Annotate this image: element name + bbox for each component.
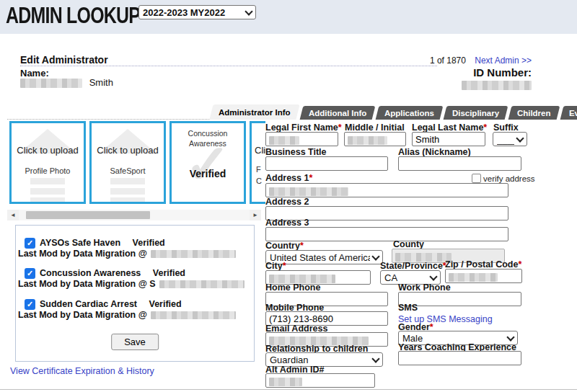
header-bar: ADMIN LOOKUP 2022-2023 MY2022 xyxy=(0,0,577,34)
upload-scrollbar[interactable]: ◄ ► xyxy=(7,210,261,220)
legal-first-name-label: Legal First Name* xyxy=(265,122,342,133)
cert-lastmod: Last Mod by Data Migration @ xyxy=(18,310,236,320)
verify-address-label: verify address xyxy=(483,174,535,183)
address3-field[interactable] xyxy=(265,227,508,241)
zip-label: Zip / Postal Code* xyxy=(445,259,521,270)
tab-children[interactable]: Children xyxy=(508,106,560,120)
suffix-select[interactable]: ____ xyxy=(493,132,527,146)
upload-carousel: Click to upload Profile Photo Click to u… xyxy=(7,120,265,208)
tab-additional-info[interactable]: Additional Info xyxy=(299,106,375,120)
alt-admin-id-field[interactable] xyxy=(265,373,375,388)
redacted-first-name xyxy=(20,79,82,88)
upload-bar-decoration xyxy=(30,188,65,195)
save-button[interactable]: Save xyxy=(111,334,159,350)
upload-bar-decoration xyxy=(110,178,145,184)
section-heading: Edit Administrator xyxy=(20,54,108,66)
upload-action-text: Click to upload xyxy=(252,145,265,156)
chevron-down-icon xyxy=(372,254,379,261)
clipped-text-fragment: C xyxy=(256,177,262,185)
scroll-left-icon[interactable]: ◄ xyxy=(7,210,19,220)
upload-bar-decoration xyxy=(110,197,145,204)
middle-initial-label: Middle / Initial xyxy=(345,122,405,133)
address3-label: Address 3 xyxy=(265,218,309,228)
upload-safesport[interactable]: Click to upload SafeSport xyxy=(89,121,166,204)
concussion-awareness-card[interactable]: Concussion Awareness Verified xyxy=(169,121,246,204)
middle-initial-field[interactable] xyxy=(344,132,406,146)
cardiac-arrest-checkbox[interactable] xyxy=(25,299,35,310)
view-certificate-link[interactable]: View Certificate Expiration & History xyxy=(10,366,154,376)
tab-administrator-info[interactable]: Administrator Info xyxy=(209,104,299,120)
redacted-timestamp xyxy=(151,250,236,258)
redacted-timestamp xyxy=(151,311,236,319)
verified-status: Verified xyxy=(172,168,244,179)
alias-field[interactable] xyxy=(398,156,521,171)
upload-bar-decoration xyxy=(30,178,65,184)
redacted-value xyxy=(348,136,387,145)
scrollbar-thumb[interactable] xyxy=(26,211,150,219)
verify-address-checkbox[interactable] xyxy=(472,174,481,183)
business-title-field[interactable] xyxy=(265,156,388,171)
chevron-down-icon xyxy=(516,135,524,143)
tab-disciplinary[interactable]: Disciplinary xyxy=(444,106,508,120)
upload-type-text: Profile Photo xyxy=(12,166,84,175)
country-label: Country* xyxy=(265,241,304,251)
pager-row: 1 of 1870 Next Admin >> xyxy=(346,55,532,66)
chevron-down-icon xyxy=(372,356,379,363)
years-coaching-field[interactable] xyxy=(398,351,521,365)
tab-events[interactable]: Events xyxy=(560,106,577,120)
redacted-id-number xyxy=(462,81,532,90)
zip-field[interactable] xyxy=(445,269,522,283)
admin-lookup-page: ADMIN LOOKUP 2022-2023 MY2022 Edit Admin… xyxy=(0,0,577,392)
alias-label: Alias (Nickname) xyxy=(398,147,471,157)
next-admin-link[interactable]: Next Admin >> xyxy=(475,55,532,66)
address2-label: Address 2 xyxy=(265,197,309,207)
id-number-label: ID Number: xyxy=(382,66,532,79)
tab-applications[interactable]: Applications xyxy=(376,106,444,120)
legal-first-name-field[interactable] xyxy=(265,132,338,146)
legal-last-name-field[interactable] xyxy=(412,132,485,146)
id-number-value xyxy=(382,79,532,92)
cert-label: Concussion Awareness Verified xyxy=(40,268,185,278)
upload-bar-decoration xyxy=(110,188,145,195)
chevron-down-icon xyxy=(430,274,437,281)
admin-last-name: Smith xyxy=(89,77,113,88)
cert-lastmod: Last Mod by Data Migration @ xyxy=(18,249,236,259)
redacted-timestamp xyxy=(159,280,245,288)
chevron-down-icon xyxy=(507,334,514,342)
redacted-value xyxy=(449,273,498,282)
bottom-divider xyxy=(0,389,577,390)
record-counter: 1 of 1870 xyxy=(430,55,466,66)
upload-action-text: Click to upload xyxy=(92,145,164,156)
heading-divider xyxy=(20,66,437,66)
chevron-down-icon xyxy=(245,9,252,16)
upload-bar-decoration xyxy=(30,197,65,204)
page-title: ADMIN LOOKUP xyxy=(6,2,140,29)
scrollbar-track[interactable] xyxy=(19,210,250,220)
upload-profile-photo[interactable]: Click to upload Profile Photo xyxy=(9,121,86,204)
cert-label: Sudden Cardiac Arrest Verified xyxy=(40,299,182,309)
admin-name-value: Smith xyxy=(20,77,113,88)
home-phone-label: Home Phone xyxy=(265,282,320,293)
concussion-checkbox[interactable] xyxy=(25,268,35,279)
business-title-label: Business Title xyxy=(265,147,327,157)
upload-clipped-card[interactable]: Click to upload F C xyxy=(250,121,265,204)
suffix-label: Suffix xyxy=(493,122,519,133)
tab-baseline xyxy=(7,119,211,120)
redacted-value xyxy=(269,378,302,386)
redacted-value xyxy=(269,136,299,145)
address1-label: Address 1* xyxy=(265,173,312,183)
address1-field[interactable] xyxy=(265,183,508,197)
card-title: Concussion Awareness xyxy=(177,129,238,148)
membership-year-select[interactable]: 2022-2023 MY2022 xyxy=(138,5,256,19)
clipped-text-fragment: F xyxy=(256,165,261,174)
membership-year-value: 2022-2023 MY2022 xyxy=(143,7,243,18)
cert-label: AYSOs Safe Haven Verified xyxy=(40,238,165,248)
upload-type-text: SafeSport xyxy=(92,166,164,175)
sms-label: SMS xyxy=(398,303,418,313)
tab-bar: Administrator Info Additional Info Appli… xyxy=(211,104,577,120)
scroll-right-icon[interactable]: ► xyxy=(250,210,261,220)
county-label: County xyxy=(393,239,424,249)
cert-lastmod: Last Mod by Data Migration @ S xyxy=(18,279,245,289)
work-phone-label: Work Phone xyxy=(398,282,451,293)
safe-haven-checkbox[interactable] xyxy=(25,238,35,249)
